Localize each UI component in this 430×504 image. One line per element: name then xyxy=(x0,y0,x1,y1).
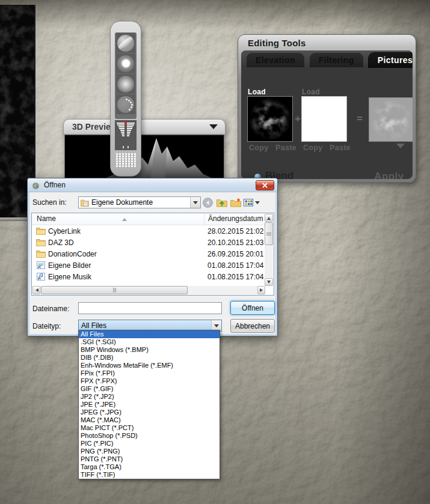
copy-source1-button[interactable]: Copy xyxy=(249,144,268,152)
file-type-option[interactable]: BMP Windows (*.BMP) xyxy=(79,346,220,354)
preview-canvas xyxy=(64,135,224,179)
vertical-scroll-thumb[interactable] xyxy=(265,222,273,245)
swirl-brush-button[interactable] xyxy=(116,33,135,53)
load-source1-button[interactable]: Load xyxy=(248,88,266,96)
file-type-option[interactable]: PIC (*.PIC) xyxy=(79,440,220,448)
file-type-option[interactable]: All Files xyxy=(79,330,220,338)
file-date: 20.10.2015 21:03 xyxy=(207,238,263,247)
up-one-level-button[interactable] xyxy=(217,197,229,208)
folder-icon xyxy=(36,227,46,235)
cancel-button[interactable]: Abbrechen xyxy=(230,319,275,333)
open-dialog: Öffnen Suchen in: Eigene Dokumente xyxy=(27,178,278,336)
palette-brush-group xyxy=(115,32,137,119)
editing-tools-panel: Editing Tools Elevation Filtering Pictur… xyxy=(238,34,416,183)
file-type-option[interactable]: DIB (*.DIB) xyxy=(79,354,220,362)
file-row[interactable]: DonationCoder 26.09.2015 20:01 xyxy=(32,248,264,260)
hard-brush-icon xyxy=(117,55,134,72)
scroll-down-button[interactable] xyxy=(265,278,273,286)
file-type-label: Dateityp: xyxy=(32,322,61,330)
apply-button[interactable]: Apply xyxy=(370,170,408,179)
file-type-option[interactable]: JP2 (*.JP2) xyxy=(79,393,220,401)
look-in-label: Suchen in: xyxy=(32,198,67,207)
file-name-label: Dateiname: xyxy=(32,305,69,313)
file-row[interactable]: Eigene Bilder 01.08.2015 17:04 xyxy=(32,260,264,271)
spray-brush-button[interactable] xyxy=(116,94,135,114)
file-type-dropdown: All Files .SGI (*.SGI) BMP Windows (*.BM… xyxy=(78,330,220,479)
load-source2-button[interactable]: Load xyxy=(302,88,320,96)
file-type-option[interactable]: FPX (*.FPX) xyxy=(79,377,220,385)
file-date: 01.08.2015 17:04 xyxy=(207,273,263,281)
column-header-name[interactable]: Name xyxy=(37,214,56,223)
file-type-option[interactable]: Mac PICT (*.PCT) xyxy=(79,424,220,432)
file-row[interactable]: CyberLink 28.02.2015 21:02 xyxy=(32,225,264,237)
open-button[interactable]: Öffnen xyxy=(230,301,275,315)
horizontal-scrollbar[interactable] xyxy=(32,286,265,294)
grid-pattern-button[interactable] xyxy=(116,153,136,168)
look-in-dropdown-button[interactable] xyxy=(190,197,200,208)
new-folder-button[interactable] xyxy=(230,197,242,208)
meter-feet xyxy=(115,146,137,148)
close-button[interactable] xyxy=(256,180,274,190)
soft-brush-icon xyxy=(117,76,134,93)
dialog-title: Öffnen xyxy=(44,181,66,189)
look-in-value: Eigene Dokumente xyxy=(89,198,153,207)
horizontal-scroll-thumb[interactable] xyxy=(41,286,188,294)
soft-brush-button[interactable] xyxy=(116,74,135,94)
plus-operator: + xyxy=(295,113,301,125)
file-type-option[interactable]: GIF (*.GIF) xyxy=(79,385,220,393)
result-options-chevron-icon[interactable] xyxy=(396,144,405,153)
file-date: 26.09.2015 20:01 xyxy=(207,250,263,258)
documents-folder-icon xyxy=(81,199,89,207)
source1-thumbnail[interactable] xyxy=(247,96,293,142)
file-type-option[interactable]: PhotoShop (*.PSD) xyxy=(79,432,220,440)
file-row[interactable]: Eigene Musik 01.08.2015 17:04 xyxy=(32,271,264,282)
views-grid-icon xyxy=(244,198,254,207)
copy-source2-button[interactable]: Copy xyxy=(303,144,322,152)
scroll-left-button[interactable] xyxy=(32,286,40,294)
source2-thumbnail[interactable] xyxy=(301,96,347,142)
file-date: 28.02.2015 21:02 xyxy=(207,227,263,235)
spray-brush-icon xyxy=(117,96,134,113)
file-type-option[interactable]: Targa (*.TGA) xyxy=(79,463,220,471)
file-type-option[interactable]: Enh-Windows MetaFile (*.EMF) xyxy=(79,362,220,369)
close-icon xyxy=(262,183,268,188)
file-type-option[interactable]: MAC (*.MAC) xyxy=(79,416,220,424)
hard-brush-button[interactable] xyxy=(116,53,135,73)
editing-tools-title: Editing Tools xyxy=(248,38,306,48)
tab-filtering[interactable]: Filtering xyxy=(310,53,363,67)
file-name-input[interactable] xyxy=(78,302,222,314)
file-date: 01.08.2015 17:04 xyxy=(207,261,263,270)
level-indicator-dot xyxy=(124,122,127,124)
shortcut-icon xyxy=(36,261,46,269)
file-type-option[interactable]: JPEG (*.JPG) xyxy=(79,408,220,416)
level-meter[interactable] xyxy=(115,120,137,150)
dialog-titlebar[interactable]: Öffnen xyxy=(28,178,277,192)
file-type-option[interactable]: PNTG (*.PNT) xyxy=(79,455,220,463)
collapse-chevron-icon[interactable] xyxy=(209,124,218,133)
look-in-combo[interactable]: Eigene Dokumente xyxy=(78,196,201,208)
file-row[interactable]: DAZ 3D 20.10.2015 21:03 xyxy=(32,237,264,248)
back-button[interactable] xyxy=(203,197,215,208)
paste-source1-button[interactable]: Paste xyxy=(275,144,296,152)
folder-up-icon xyxy=(217,198,227,207)
file-list-header: Name Änderungsdatum xyxy=(32,213,274,225)
file-list: Name Änderungsdatum CyberLink 28.02.2015… xyxy=(31,213,274,296)
result-thumbnail xyxy=(369,97,413,142)
paste-source2-button[interactable]: Paste xyxy=(330,144,351,152)
file-type-option[interactable]: FPix (*.FPI) xyxy=(79,369,220,377)
vertical-scrollbar[interactable] xyxy=(265,214,273,286)
column-header-date[interactable]: Änderungsdatum xyxy=(204,213,263,225)
file-type-option[interactable]: TIFF (*.TIF) xyxy=(79,471,220,479)
chevron-down-icon xyxy=(255,201,260,207)
scroll-right-button[interactable] xyxy=(257,286,265,294)
shortcut-icon xyxy=(36,273,46,281)
folder-icon xyxy=(36,250,46,258)
tab-elevation[interactable]: Elevation xyxy=(247,53,304,67)
file-type-option[interactable]: JPE (*.JPE) xyxy=(79,401,220,408)
scroll-up-button[interactable] xyxy=(265,214,273,222)
preview-panel-titlebar[interactable]: 3D Preview xyxy=(63,119,226,135)
tab-pictures[interactable]: Pictures xyxy=(369,53,413,67)
view-menu-button[interactable] xyxy=(244,197,260,208)
file-type-option[interactable]: .SGI (*.SGI) xyxy=(79,338,220,346)
file-type-option[interactable]: PNG (*.PNG) xyxy=(79,448,220,455)
